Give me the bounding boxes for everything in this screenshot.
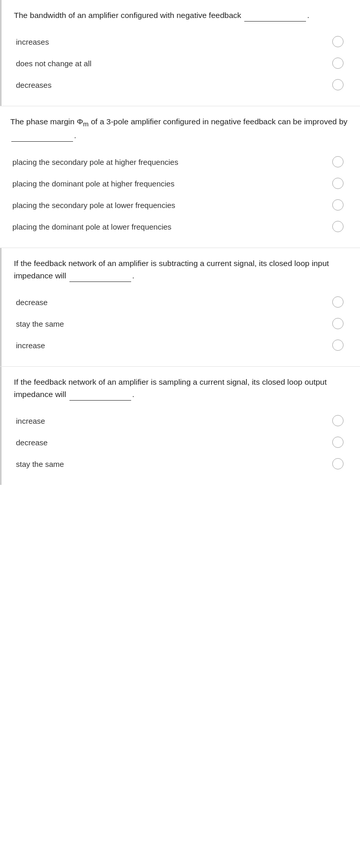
question-4-text: If the feedback network of an amplifier … [14, 376, 348, 401]
question-3-text: If the feedback network of an amplifier … [14, 257, 348, 282]
radio-circle[interactable] [332, 58, 344, 69]
option-q3-decrease[interactable]: decrease [14, 291, 348, 313]
radio-circle[interactable] [332, 415, 344, 426]
subscript-m: m [83, 120, 89, 128]
option-q2-secondary-higher[interactable]: placing the secondary pole at higher fre… [10, 151, 348, 173]
radio-circle[interactable] [332, 221, 344, 232]
question-1-options: increases does not change at all decreas… [14, 31, 348, 96]
option-label: stay the same [16, 460, 326, 468]
question-2: The phase margin Φm of a 3-pole amplifie… [0, 106, 360, 248]
option-q1-does-not-change[interactable]: does not change at all [14, 52, 348, 74]
radio-circle[interactable] [332, 437, 344, 448]
question-4-options: increase decrease stay the same [14, 410, 348, 475]
option-label: decrease [16, 298, 326, 307]
option-q4-stay-same[interactable]: stay the same [14, 453, 348, 475]
option-label: increases [16, 37, 326, 46]
option-q2-dominant-higher[interactable]: placing the dominant pole at higher freq… [10, 173, 348, 194]
radio-circle[interactable] [332, 178, 344, 189]
blank-1 [244, 14, 306, 22]
question-2-text: The phase margin Φm of a 3-pole amplifie… [10, 116, 348, 142]
question-1: The bandwidth of an amplifier configured… [0, 0, 360, 106]
option-label: does not change at all [16, 59, 326, 68]
blank-4 [69, 393, 131, 401]
question-3: If the feedback network of an amplifier … [0, 248, 360, 366]
question-4: If the feedback network of an amplifier … [0, 367, 360, 485]
option-label: placing the secondary pole at higher fre… [12, 158, 326, 166]
option-q4-decrease[interactable]: decrease [14, 431, 348, 453]
radio-circle[interactable] [332, 36, 344, 47]
option-q2-dominant-lower[interactable]: placing the dominant pole at lower frequ… [10, 216, 348, 237]
option-label: placing the dominant pole at lower frequ… [12, 222, 326, 231]
question-1-text: The bandwidth of an amplifier configured… [14, 9, 348, 22]
option-label: decrease [16, 438, 326, 447]
option-label: placing the secondary pole at lower freq… [12, 201, 326, 210]
option-label: placing the dominant pole at higher freq… [12, 179, 326, 188]
question-2-options: placing the secondary pole at higher fre… [10, 151, 348, 237]
option-q4-increase[interactable]: increase [14, 410, 348, 431]
radio-circle[interactable] [332, 318, 344, 329]
option-label: stay the same [16, 319, 326, 328]
option-label: increase [16, 341, 326, 350]
blank-2 [11, 134, 73, 142]
radio-circle[interactable] [332, 199, 344, 211]
blank-3 [69, 274, 131, 282]
option-q2-secondary-lower[interactable]: placing the secondary pole at lower freq… [10, 194, 348, 216]
page-container: The bandwidth of an amplifier configured… [0, 0, 360, 485]
radio-circle[interactable] [332, 458, 344, 469]
radio-circle[interactable] [332, 79, 344, 90]
radio-circle[interactable] [332, 296, 344, 308]
option-q1-decreases[interactable]: decreases [14, 74, 348, 96]
radio-circle[interactable] [332, 339, 344, 351]
radio-circle[interactable] [332, 156, 344, 167]
option-label: decreases [16, 81, 326, 89]
option-q3-stay-same[interactable]: stay the same [14, 313, 348, 334]
option-q3-increase[interactable]: increase [14, 334, 348, 356]
question-3-options: decrease stay the same increase [14, 291, 348, 356]
option-q1-increases[interactable]: increases [14, 31, 348, 52]
option-label: increase [16, 417, 326, 425]
